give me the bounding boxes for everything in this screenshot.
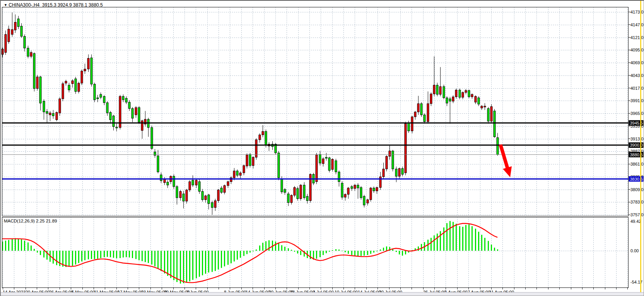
macd-histogram-bar — [100, 251, 101, 258]
price-tick-label: 3965.0 — [630, 111, 644, 116]
macd-histogram-bar — [164, 251, 165, 274]
macd-histogram-bar — [107, 251, 108, 257]
macd-histogram-bar — [68, 251, 70, 267]
macd-histogram-bar — [360, 251, 362, 256]
macd-histogram-bar — [364, 251, 365, 256]
macd-histogram-bar — [421, 244, 422, 251]
macd-histogram-bar — [180, 251, 181, 284]
candle — [420, 104, 422, 115]
macd-histogram-bar — [497, 249, 498, 251]
candle — [113, 116, 114, 127]
candle — [30, 53, 32, 56]
macd-histogram-bar — [12, 239, 13, 251]
candle — [252, 157, 254, 165]
candle — [462, 92, 464, 98]
candle — [109, 113, 111, 120]
macd-histogram-bar — [40, 251, 41, 255]
candle — [427, 104, 429, 122]
macd-histogram-bar — [123, 251, 124, 257]
macd-histogram-bar — [300, 251, 301, 255]
macd-histogram-bar — [367, 251, 368, 255]
candle — [84, 69, 86, 71]
level-lines[interactable] — [2, 123, 629, 179]
macd-histogram-bar — [488, 241, 489, 251]
candle — [20, 26, 22, 36]
macd-histogram-bar — [430, 238, 432, 251]
macd-histogram-bar — [437, 234, 438, 251]
macd-histogram-bar — [237, 251, 238, 260]
macd-histogram-bar — [192, 251, 193, 280]
candle — [214, 201, 216, 208]
macd-histogram-bar — [199, 251, 200, 277]
macd-histogram-bar — [120, 251, 121, 258]
candle — [452, 97, 454, 101]
macd-histogram-bar — [202, 251, 203, 275]
macd-histogram-bar — [494, 248, 495, 251]
candle — [94, 84, 96, 99]
symbol-timeframe-label: CHINA300-,H4 — [9, 2, 39, 8]
macd-histogram-bar — [234, 251, 235, 262]
candle — [294, 188, 296, 195]
down-arrow-head[interactable] — [503, 166, 512, 177]
price-tick-label: 3861.0 — [630, 162, 644, 166]
price-tick-label: 4147.0 — [630, 22, 644, 27]
candle — [494, 111, 495, 137]
price-tick-label: 3783.0 — [630, 200, 644, 204]
macd-histogram-bar — [224, 251, 225, 266]
price-tick-label: 4121.0 — [630, 35, 644, 40]
candle — [401, 168, 403, 174]
candle — [236, 171, 238, 175]
candle — [59, 99, 61, 113]
macd-histogram-bar — [335, 249, 337, 251]
candle — [11, 29, 13, 34]
candle — [367, 200, 369, 203]
macd-histogram-bar — [351, 251, 352, 255]
macd-histogram-bar — [116, 251, 117, 258]
grid — [2, 7, 629, 288]
candle — [316, 155, 318, 181]
macd-histogram-bar — [37, 251, 38, 253]
price-axis[interactable]: 4173.04147.04121.04095.04069.04043.04017… — [629, 10, 644, 284]
candle — [281, 179, 283, 192]
macd-histogram-bar — [231, 251, 232, 263]
candle — [386, 156, 388, 169]
macd-histogram-bar — [215, 251, 216, 271]
macd-histogram-bar — [208, 251, 209, 272]
macd-histogram-bar — [294, 251, 295, 252]
candle — [347, 188, 349, 194]
candle — [75, 79, 77, 92]
candle — [122, 96, 124, 100]
candle — [205, 196, 207, 200]
candle — [164, 179, 166, 183]
candle — [319, 154, 321, 163]
candle — [439, 87, 441, 94]
chart-dropdown-icon[interactable]: ▼ — [4, 3, 7, 7]
candle — [468, 91, 470, 97]
macd-histogram-bar — [491, 245, 492, 251]
macd-histogram-bar — [329, 251, 330, 252]
candle — [465, 91, 467, 92]
candle — [211, 203, 213, 208]
candle — [328, 158, 330, 171]
macd-histogram-bar — [268, 240, 270, 251]
down-arrow-shaft[interactable] — [501, 145, 508, 170]
macd-histogram-bar — [27, 243, 29, 251]
macd-histogram-bar — [402, 251, 403, 256]
candle — [43, 101, 45, 112]
macd-histogram-bar — [243, 251, 244, 256]
price-tick-label: 3757.0 — [630, 212, 644, 217]
macd-histogram-bar — [173, 251, 174, 280]
candle — [202, 192, 203, 200]
ohlc-readout: 3915.3 3924.9 3878.1 3880.5 — [42, 2, 103, 8]
price-tick-label: 4173.0 — [630, 10, 644, 14]
candle — [179, 192, 181, 198]
candle — [97, 98, 99, 99]
chart-canvas[interactable]: 4173.04147.04121.04095.04069.04043.04017… — [1, 1, 644, 296]
candle — [49, 113, 51, 115]
candle — [249, 154, 251, 166]
macd-histogram-bar — [218, 251, 219, 269]
price-tick-label: 4017.0 — [630, 86, 644, 91]
macd-series[interactable] — [2, 221, 498, 284]
macd-histogram-bar — [475, 229, 476, 251]
macd-histogram-bar — [399, 251, 400, 255]
